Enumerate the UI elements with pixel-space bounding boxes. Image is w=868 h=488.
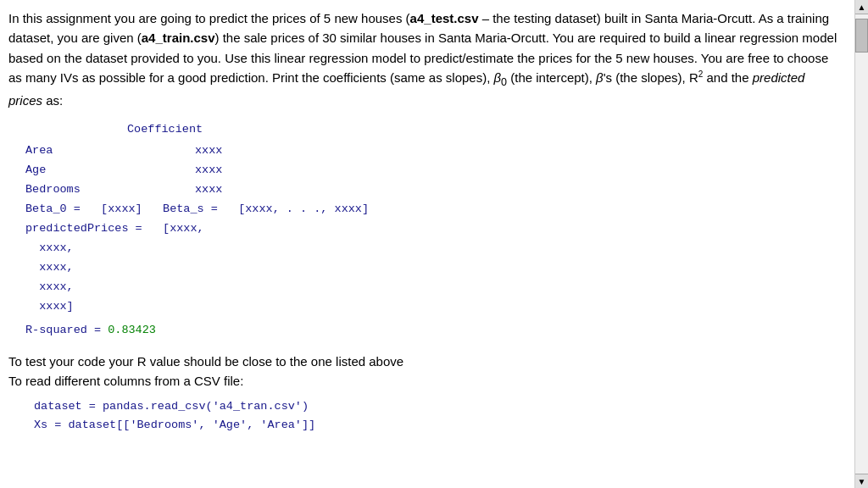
predicted-v1: xxxx, (25, 239, 837, 258)
main-content: In this assignment you are going to pred… (0, 0, 854, 488)
bedrooms-row: Bedroomsxxxx (25, 180, 837, 200)
scrollbar-up-button[interactable]: ▲ (855, 0, 868, 14)
coefficient-header: Coefficient (127, 120, 837, 140)
scroll-down-icon: ▼ (858, 477, 866, 486)
age-row: Agexxxx (25, 161, 837, 180)
scrollbar-down-button[interactable]: ▼ (855, 474, 868, 488)
bedrooms-label: Bedrooms (25, 180, 195, 200)
age-value: xxxx (195, 161, 222, 180)
rsquared-line: R-squared = 0.83423 (25, 322, 837, 340)
test-line1: To test your code your R value should be… (8, 352, 837, 371)
area-value: xxxx (195, 141, 222, 161)
code-line1: dataset = pandas.read_csv('a4_tran.csv') (34, 397, 837, 416)
code-line2: Xs = dataset[['Bedrooms', 'Age', 'Area']… (34, 416, 837, 435)
area-row: Areaxxxx (25, 141, 837, 161)
predicted-v2: xxxx, (25, 258, 837, 278)
code-block: dataset = pandas.read_csv('a4_tran.csv')… (34, 397, 837, 434)
predicted-prices-italic: predicted prices (8, 70, 804, 108)
intro-paragraph: In this assignment you are going to pred… (8, 8, 837, 110)
test-section: To test your code your R value should be… (8, 352, 837, 435)
a4-train-bold: a4_train.csv (142, 30, 215, 45)
scrollbar-thumb[interactable] (855, 19, 868, 53)
scrollbar-track[interactable] (855, 14, 868, 474)
area-label: Area (25, 141, 195, 161)
a4-test-bold: a4_test.csv (410, 11, 479, 25)
predicted-line: predictedPrices = [xxxx, (25, 219, 837, 239)
age-label: Age (25, 161, 195, 180)
scroll-up-icon: ▲ (858, 3, 866, 12)
beta-line: Beta_0 = [xxxx] Beta_s = [xxxx, . . ., x… (25, 200, 837, 219)
predicted-v4: xxxx] (25, 297, 837, 317)
coefficient-table: Coefficient Areaxxxx Agexxxx Bedroomsxxx… (25, 120, 837, 316)
predicted-v3: xxxx, (25, 278, 837, 297)
rsquared-value: 0.83423 (108, 324, 156, 336)
scrollbar[interactable]: ▲ ▼ (854, 0, 868, 488)
test-line2: To read different columns from a CSV fil… (8, 371, 837, 391)
bedrooms-value: xxxx (195, 180, 222, 200)
